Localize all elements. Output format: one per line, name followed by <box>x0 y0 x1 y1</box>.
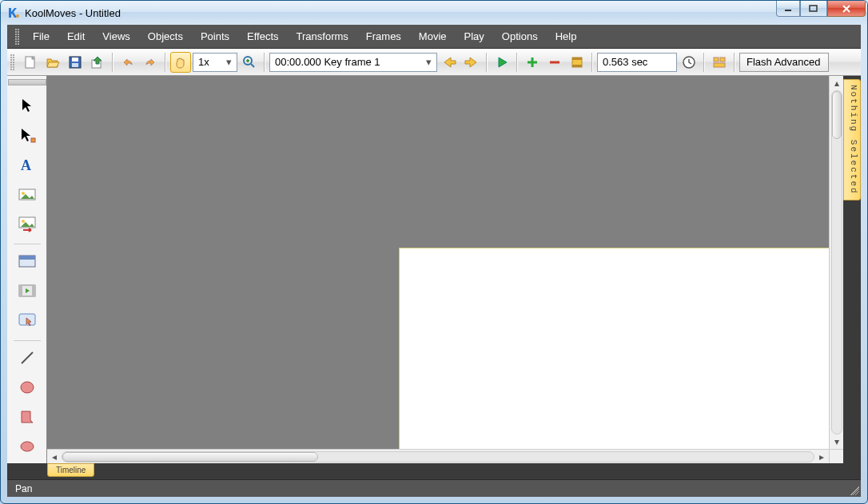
separator-icon <box>734 53 735 72</box>
scroll-track[interactable] <box>62 451 814 462</box>
svg-rect-14 <box>714 58 719 62</box>
ellipse-tool[interactable] <box>14 374 41 400</box>
zoom-combo[interactable]: 1x ▾ <box>193 53 237 72</box>
vertical-scrollbar[interactable]: ▴ ▾ <box>829 76 843 449</box>
open-button[interactable] <box>42 52 63 73</box>
add-frame-button[interactable] <box>522 52 543 73</box>
button-tool[interactable] <box>14 308 41 334</box>
scroll-left-icon[interactable]: ◂ <box>47 450 62 463</box>
canvas-viewport[interactable]: ◂ ▸ ▴ ▾ <box>47 76 843 463</box>
menu-transforms[interactable]: Transforms <box>289 27 356 46</box>
subselect-tool[interactable] <box>14 121 41 148</box>
menu-options[interactable]: Options <box>494 27 546 46</box>
tool-palette: A <box>7 76 47 463</box>
resize-grip[interactable] <box>848 484 859 495</box>
component-tool[interactable] <box>14 248 41 274</box>
mode-label: Flash Advanced <box>747 56 821 68</box>
chevron-down-icon: ▾ <box>422 56 435 68</box>
frame-combo[interactable]: 00:00.000 Key frame 1 ▾ <box>269 53 437 72</box>
svg-rect-6 <box>72 63 78 67</box>
pan-button[interactable] <box>170 52 191 73</box>
next-frame-button[interactable] <box>461 52 482 73</box>
text-tool[interactable]: A <box>14 151 41 177</box>
window-buttons <box>776 1 866 17</box>
clock-button[interactable] <box>679 52 699 73</box>
menu-points[interactable]: Points <box>193 27 237 46</box>
menu-movie[interactable]: Movie <box>411 27 455 46</box>
separator-icon <box>165 53 166 72</box>
scroll-thumb[interactable] <box>832 91 842 139</box>
menu-views[interactable]: Views <box>94 27 137 46</box>
svg-text:A: A <box>21 157 31 173</box>
export-button[interactable] <box>87 52 108 73</box>
movieclip-tool[interactable] <box>14 277 41 304</box>
stage[interactable] <box>399 248 843 463</box>
menu-effects[interactable]: Effects <box>239 27 287 46</box>
svg-rect-1 <box>785 10 791 11</box>
svg-point-20 <box>22 192 25 195</box>
window-title: KoolMoves - Untitled <box>25 7 864 19</box>
minimize-button[interactable] <box>776 1 800 17</box>
toolbar-grip[interactable] <box>10 54 15 70</box>
maximize-button[interactable] <box>800 1 827 17</box>
menu-play[interactable]: Play <box>456 27 492 46</box>
scroll-up-icon[interactable]: ▴ <box>830 76 843 90</box>
duration-input[interactable]: 0.563 sec <box>597 53 677 72</box>
svg-rect-24 <box>19 256 35 260</box>
play-button[interactable] <box>492 52 512 73</box>
svg-point-31 <box>21 442 34 451</box>
line-tool[interactable] <box>14 344 41 371</box>
shape-tool[interactable] <box>14 404 41 431</box>
separator-icon <box>14 244 41 244</box>
scroll-down-icon[interactable]: ▾ <box>830 435 843 449</box>
duration-value: 0.563 sec <box>603 56 647 68</box>
mode-button[interactable]: Flash Advanced <box>739 53 829 72</box>
save-button[interactable] <box>65 52 86 73</box>
undo-button[interactable] <box>117 52 138 73</box>
canvas-area: ◂ ▸ ▴ ▾ Nothing Selected <box>47 76 861 463</box>
frame-properties-button[interactable] <box>567 52 587 73</box>
scroll-track[interactable] <box>831 90 842 435</box>
prev-frame-button[interactable] <box>439 52 460 73</box>
svg-point-30 <box>21 382 34 393</box>
ellipse-primitive-tool[interactable] <box>14 434 41 460</box>
separator-icon <box>516 53 518 72</box>
remove-frame-button[interactable] <box>544 52 565 73</box>
svg-rect-11 <box>572 58 582 60</box>
menu-help[interactable]: Help <box>547 27 585 46</box>
layout-button[interactable] <box>709 52 730 73</box>
image-effect-tool[interactable] <box>14 211 41 237</box>
separator-icon <box>112 53 113 72</box>
scroll-right-icon[interactable]: ▸ <box>814 450 829 463</box>
close-button[interactable] <box>827 1 866 17</box>
menu-edit[interactable]: Edit <box>59 27 93 46</box>
chevron-down-icon: ▾ <box>222 56 235 68</box>
separator-icon <box>14 340 41 341</box>
image-tool[interactable] <box>14 181 41 208</box>
menu-objects[interactable]: Objects <box>140 27 191 46</box>
zoom-value: 1x <box>198 56 209 68</box>
menu-file[interactable]: File <box>25 27 58 46</box>
svg-rect-5 <box>72 58 78 62</box>
status-text: Pan <box>15 483 32 494</box>
svg-rect-2 <box>810 6 817 11</box>
menubar-grip[interactable] <box>15 29 20 45</box>
bottom-tabs: Timeline <box>7 463 861 479</box>
scroll-thumb[interactable] <box>62 452 318 462</box>
titlebar: KoolMoves - Untitled <box>1 1 867 25</box>
svg-rect-15 <box>720 58 725 62</box>
redo-button[interactable] <box>140 52 161 73</box>
menu-frames[interactable]: Frames <box>358 27 409 46</box>
separator-icon <box>591 53 593 72</box>
selection-tab[interactable]: Nothing Selected <box>843 79 861 200</box>
timeline-tab[interactable]: Timeline <box>47 463 94 477</box>
horizontal-scrollbar[interactable]: ◂ ▸ <box>47 449 829 463</box>
toolbar: 1x ▾ 00:00.000 Key frame 1 ▾ 0.563 sec F… <box>7 49 861 76</box>
palette-handle[interactable] <box>8 79 46 85</box>
select-tool[interactable] <box>14 92 41 118</box>
new-button[interactable] <box>20 52 41 73</box>
svg-rect-26 <box>19 285 22 296</box>
zoom-fit-button[interactable] <box>239 52 260 73</box>
svg-rect-17 <box>31 138 35 142</box>
svg-point-22 <box>22 220 25 223</box>
